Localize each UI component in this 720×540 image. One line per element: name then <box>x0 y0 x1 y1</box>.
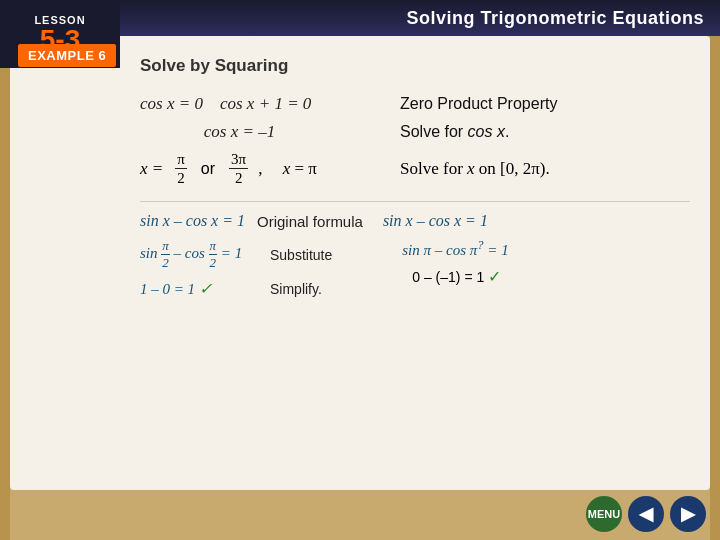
frac1-denom: 2 <box>175 169 187 187</box>
x-pi: x = π <box>283 159 317 179</box>
next-button[interactable]: ▶ <box>670 496 706 532</box>
description-2: Solve for cos x. <box>400 123 509 141</box>
prev-button[interactable]: ◀ <box>628 496 664 532</box>
original-formula-right: sin x – cos x = 1 <box>383 212 488 230</box>
math-row-1: cos x = 0 cos x + 1 = 0 Zero Product Pro… <box>140 94 690 114</box>
content-area: Solve by Squaring cos x = 0 cos x + 1 = … <box>10 36 710 490</box>
menu-button[interactable]: MENU <box>586 496 622 532</box>
sub-formula-2: sin π – cos π? = 1 <box>402 238 522 259</box>
sin-pi-result: 0 – (–1) = 1 ✓ <box>412 267 501 286</box>
frac2-numer: 3π <box>229 150 248 169</box>
sub-col-1: sin π 2 – cos π 2 = 1 Substitute <box>140 238 332 298</box>
fraction-1: π 2 <box>175 150 187 187</box>
sub-row-label: 0 – (–1) = 1 ✓ <box>412 267 522 286</box>
x-equals: x = <box>140 159 163 179</box>
sub-formula-simplify-1: 1 – 0 = 1 ✓ <box>140 279 260 298</box>
original-label: Original formula <box>257 213 363 230</box>
header-title: Solving Trigonometric Equations <box>406 8 704 29</box>
original-formula-left: sin x – cos x = 1 <box>140 212 245 230</box>
description-3: Solve for x on [0, 2π). <box>400 159 550 179</box>
description-1: Zero Product Property <box>400 95 557 113</box>
sub-formula-1: sin π 2 – cos π 2 = 1 <box>140 238 260 271</box>
substitute-label: Substitute <box>270 247 332 263</box>
frac1-numer: π <box>175 150 187 169</box>
sub-col-2: sin π – cos π? = 1 0 – (–1) = 1 ✓ <box>402 238 522 298</box>
or-text: or <box>201 160 215 178</box>
example-title: Solve by Squaring <box>140 56 690 76</box>
divider <box>140 201 690 202</box>
math-row-2: cos x = –1 Solve for cos x. <box>140 122 690 142</box>
math-expr-1: cos x = 0 cos x + 1 = 0 <box>140 94 400 114</box>
bottom-nav: MENU ◀ ▶ <box>586 496 706 532</box>
substitute-row-1: sin π 2 – cos π 2 = 1 Substitute <box>140 238 332 271</box>
fraction-2: 3π 2 <box>229 150 248 187</box>
substitute-row-2: sin π – cos π? = 1 <box>402 238 522 259</box>
right-texture <box>710 36 720 540</box>
simplify-row-1: 1 – 0 = 1 ✓ Simplify. <box>140 279 332 298</box>
sub-rows: sin π 2 – cos π 2 = 1 Substitute <box>140 238 690 298</box>
original-formula-row: sin x – cos x = 1 Original formula sin x… <box>140 212 690 230</box>
fraction-container: x = π 2 or 3π 2 , x = π <box>140 150 400 187</box>
bottom-section: sin x – cos x = 1 Original formula sin x… <box>140 212 690 298</box>
comma: , <box>258 159 262 179</box>
example-badge: EXAMPLE 6 <box>18 44 116 67</box>
frac2-denom: 2 <box>233 169 245 187</box>
math-expr-2: cos x = –1 <box>140 122 400 142</box>
simplify-label: Simplify. <box>270 281 322 297</box>
math-row-3: x = π 2 or 3π 2 , x = π Solve for x on [… <box>140 150 690 187</box>
left-texture <box>0 36 10 540</box>
